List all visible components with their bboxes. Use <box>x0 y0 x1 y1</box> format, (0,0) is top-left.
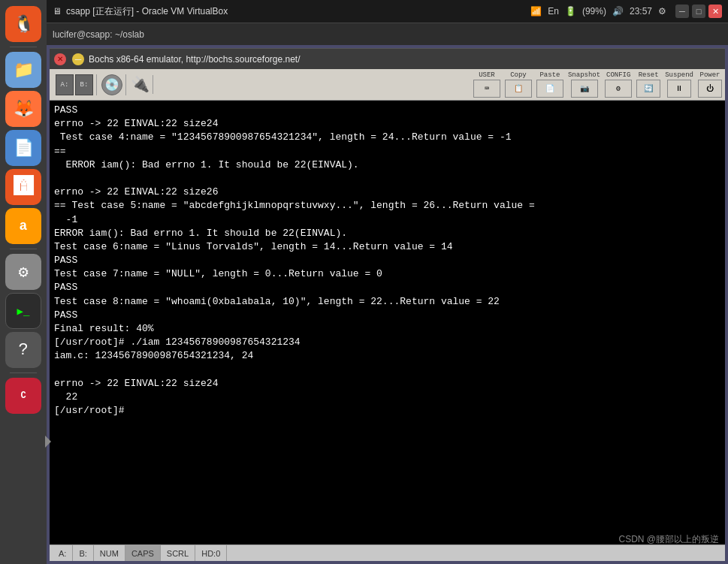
toolbar-reset-btn[interactable]: 🔄 <box>636 80 660 98</box>
terminal-line-19 <box>54 363 720 377</box>
toolbar-reset-label: Reset <box>639 71 659 79</box>
toolbar-copy-group: Copy 📋 <box>505 71 532 98</box>
taskbar-writer-icon[interactable]: 📄 <box>5 130 41 166</box>
terminal-line-0: PASS <box>54 104 720 117</box>
toolbar-paste-btn[interactable]: 📄 <box>536 80 563 98</box>
cd-icon[interactable]: 💿 <box>101 74 122 95</box>
vm-desktop: ✕ ─ Bochs x86-64 emulator, http://bochs.… <box>47 45 728 564</box>
toolbar-disk-section: A: B: <box>53 74 97 95</box>
taskbar-csdn-icon[interactable]: C <box>5 378 41 414</box>
status-a: A: <box>53 545 73 561</box>
taskbar-divider-3 <box>10 372 37 373</box>
terminal-line-9: ERROR iam(): Bad errno 1. It should be 2… <box>54 227 720 240</box>
toolbar-copy-btn[interactable]: 📋 <box>505 80 532 98</box>
taskbar-help-icon[interactable]: ? <box>5 332 41 368</box>
toolbar-paste-group: Paste 📄 <box>536 71 563 98</box>
bochs-titlebar: ✕ ─ Bochs x86-64 emulator, http://bochs.… <box>50 48 725 69</box>
minimize-button[interactable]: ─ <box>675 5 689 18</box>
terminal-line-2: Test case 4:name = "12345678900987654321… <box>54 131 720 144</box>
terminal-line-13: PASS <box>54 281 720 294</box>
toolbar-copy-label: Copy <box>510 71 527 79</box>
taskbar-arrow <box>45 436 51 448</box>
toolbar-user-label: USER <box>479 71 495 79</box>
terminal-line-1: errno -> 22 EINVAL:22 size24 <box>54 117 720 131</box>
toolbar-power-group: Power ⏻ <box>698 71 722 98</box>
floppy-b-icon[interactable]: B: <box>75 74 93 95</box>
toolbar-user-btn[interactable]: ⌨ <box>473 80 500 98</box>
bochs-minimize-btn[interactable]: ─ <box>72 53 84 65</box>
terminal-line-17: [/usr/root]# ./iam 123456789009876543212… <box>54 336 720 349</box>
volume-icon: 🔊 <box>612 6 624 17</box>
toolbar-snapshot-label: Snapshot <box>568 71 600 79</box>
toolbar-snapshot-btn[interactable]: 📷 <box>571 80 598 98</box>
close-button[interactable]: ✕ <box>708 5 722 18</box>
host-topbar-icons: 📶 En 🔋 (99%) 🔊 23:57 ⚙ <box>530 6 666 17</box>
taskbar-settings-icon[interactable]: ⚙ <box>5 254 41 290</box>
terminal-line-14: Test case 8:name = "whoami(0xbalabala, 1… <box>54 295 720 309</box>
terminal-line-6: errno -> 22 EINVAL:22 size26 <box>54 185 720 199</box>
status-num: NUM <box>94 545 125 561</box>
terminal-line-12: Test case 7:name = "NULL", length = 0...… <box>54 267 720 281</box>
terminal-line-7: == Test case 5:name = "abcdefghijklmnopq… <box>54 199 720 213</box>
terminal-line-11: PASS <box>54 254 720 267</box>
toolbar-suspend-btn[interactable]: ⏸ <box>667 80 691 98</box>
toolbar-suspend-label: Suspend <box>665 71 693 79</box>
battery-icon: 🔋 <box>565 6 576 17</box>
toolbar-usb-section: 🔌 <box>128 75 153 94</box>
maximize-button[interactable]: □ <box>692 5 705 18</box>
status-b: B: <box>73 545 93 561</box>
toolbar-power-btn[interactable]: ⏻ <box>698 80 722 98</box>
toolbar-snapshot-group: Snapshot 📷 <box>568 71 600 98</box>
watermark: CSDN @腰部以上的叛逆 <box>618 533 719 546</box>
toolbar-paste-label: Paste <box>539 71 560 79</box>
settings-icon: ⚙ <box>658 6 666 17</box>
terminal-line-22: [/usr/root]# <box>54 404 720 418</box>
toolbar-power-label: Power <box>699 71 720 79</box>
taskbar-divider-1 <box>10 47 37 47</box>
taskbar-divider-2 <box>10 249 37 249</box>
host-app-icon: 🖥 <box>53 6 62 17</box>
status-caps: CAPS <box>125 545 161 561</box>
taskbar-firefox-icon[interactable]: 🦊 <box>5 91 41 127</box>
terminal-line-16: Final result: 40% <box>54 322 720 336</box>
host-topbar: 🖥 csapp [正在运行] - Oracle VM VirtualBox 📶 … <box>47 0 728 23</box>
window-controls: ─ □ ✕ <box>675 5 722 18</box>
terminal-output: PASS errno -> 22 EINVAL:22 size24 Test c… <box>50 101 725 544</box>
bochs-toolbar: A: B: 💿 🔌 USER <box>50 69 725 101</box>
toolbar-right: USER ⌨ Copy 📋 Paste 📄 Snapshot <box>473 71 722 98</box>
toolbar-config-btn[interactable]: ⚙ <box>605 80 632 98</box>
terminal-line-15: PASS <box>54 309 720 322</box>
taskbar-files-icon[interactable]: 📁 <box>5 52 41 88</box>
terminal-line-20: errno -> 22 EINVAL:22 size24 <box>54 377 720 391</box>
toolbar-cd-section: 💿 <box>98 74 126 95</box>
bochs-window: ✕ ─ Bochs x86-64 emulator, http://bochs.… <box>50 48 725 561</box>
wifi-icon: 📶 <box>530 6 542 17</box>
main-area: 🖥 csapp [正在运行] - Oracle VM VirtualBox 📶 … <box>47 0 728 564</box>
taskbar-terminal-icon[interactable]: ▶_ <box>5 293 41 329</box>
terminal-line-4: ERROR iam(): Bad errno 1. It should be 2… <box>54 158 720 172</box>
vm-content: lucifer@csapp: ~/oslab ✕ ─ Bochs x86-64 … <box>47 23 728 564</box>
toolbar-user-group: USER ⌨ <box>473 71 500 98</box>
taskbar-software-icon[interactable]: 🅰 <box>5 169 41 205</box>
usb-icon[interactable]: 🔌 <box>131 75 150 94</box>
bochs-close-button[interactable]: ✕ <box>54 53 66 65</box>
toolbar-config-group: CONFIG ⚙ <box>605 71 632 98</box>
vm-topbar: lucifer@csapp: ~/oslab <box>47 23 728 45</box>
toolbar-suspend-group: Suspend ⏸ <box>665 71 693 98</box>
vm-user-menu[interactable]: lucifer@csapp: ~/oslab <box>53 29 144 40</box>
ubuntu-taskbar: 🐧 📁 🦊 📄 🅰 a ⚙ ▶_ ? C <box>0 0 47 564</box>
bochs-statusbar: A: B: NUM CAPS SCRL HD:0 <box>50 544 725 561</box>
taskbar-ubuntu-icon[interactable]: 🐧 <box>5 6 41 42</box>
status-scrl: SCRL <box>161 545 195 561</box>
battery-level: (99%) <box>582 6 606 17</box>
taskbar-amazon-icon[interactable]: a <box>5 208 41 244</box>
time-display: 23:57 <box>630 6 652 17</box>
floppy-a-icon[interactable]: A: <box>56 74 74 95</box>
status-hd: HD:0 <box>195 545 227 561</box>
bochs-terminal[interactable]: PASS errno -> 22 EINVAL:22 size24 Test c… <box>50 101 725 544</box>
terminal-line-18: iam.c: 12345678900987654321234, 24 <box>54 349 720 363</box>
toolbar-config-label: CONFIG <box>606 71 630 79</box>
lang-indicator: En <box>548 6 559 17</box>
terminal-line-3: == <box>54 145 720 158</box>
terminal-line-21: 22 <box>54 391 720 404</box>
